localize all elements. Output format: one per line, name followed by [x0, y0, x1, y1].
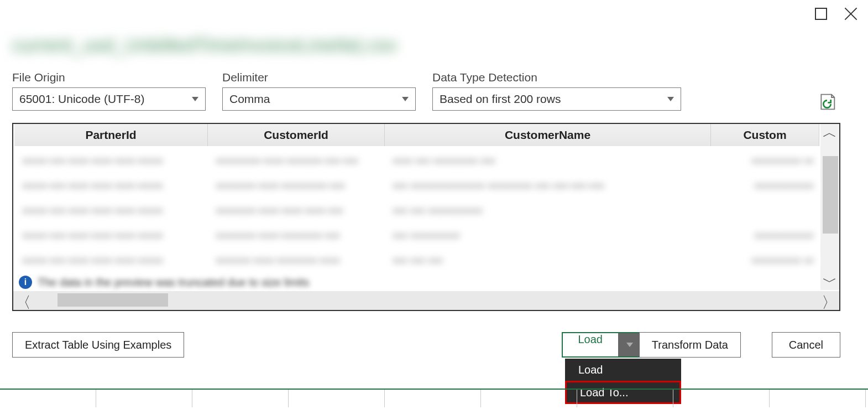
table-row: xxxxx-xxx-xxxx-xxxx-xxxx-xxxxx xxxxxxxx-… [17, 198, 819, 223]
spreadsheet-grid [0, 389, 868, 407]
horizontal-scrollbar[interactable]: 〈 〉 [13, 291, 839, 310]
scroll-down-icon[interactable]: ﹀ [823, 273, 837, 290]
file-title: current_usd_UnbilledTimeInvoiceLineIte|.… [12, 34, 397, 56]
type-detect-label: Data Type Detection [432, 71, 681, 84]
column-headers: PartnerId CustomerId CustomerName Custom [14, 124, 819, 146]
file-origin-select[interactable]: 65001: Unicode (UTF-8) [12, 87, 206, 111]
scroll-up-icon[interactable]: ︿ [823, 124, 837, 141]
chevron-down-icon [626, 343, 633, 347]
horizontal-scroll-thumb[interactable] [57, 293, 168, 307]
chevron-down-icon [192, 97, 198, 101]
column-header-custom[interactable]: Custom [711, 124, 819, 146]
delimiter-select[interactable]: Comma [222, 87, 416, 111]
file-origin-value: 65001: Unicode (UTF-8) [19, 92, 144, 106]
chevron-down-icon [402, 97, 409, 101]
column-header-customername[interactable]: CustomerName [385, 124, 711, 146]
load-dropdown-toggle[interactable] [618, 333, 641, 356]
table-row: xxxxx-xxx-xxxx-xxxx-xxxx-xxxxx xxxxxxxx-… [17, 173, 819, 198]
close-button[interactable] [844, 7, 858, 21]
scroll-right-icon[interactable]: 〉 [822, 292, 837, 313]
cancel-button[interactable]: Cancel [772, 332, 840, 358]
preview-info-text: The data in the preview was truncated du… [38, 276, 309, 289]
table-row: xxxxx-xxx-xxxx-xxxx-xxxx-xxxxx xxxxxxx-x… [17, 248, 819, 273]
load-split-button[interactable]: Load [562, 332, 643, 358]
info-icon: i [19, 276, 32, 289]
dropdown-item-load[interactable]: Load [565, 359, 681, 381]
table-row: xxxxx-xxx-xxxx-xxxx-xxxx-xxxxx xxxxxxxx-… [17, 223, 819, 248]
delimiter-value: Comma [229, 92, 270, 106]
refresh-icon[interactable] [818, 93, 836, 111]
scroll-left-icon[interactable]: 〈 [15, 292, 31, 313]
column-header-partnerid[interactable]: PartnerId [14, 124, 208, 146]
data-preview: PartnerId CustomerId CustomerName Custom… [12, 123, 840, 311]
preview-info: i The data in the preview was truncated … [19, 276, 309, 289]
extract-table-button[interactable]: Extract Table Using Examples [12, 332, 184, 358]
load-button[interactable]: Load [563, 333, 619, 356]
chevron-down-icon [667, 97, 674, 101]
transform-data-button[interactable]: Transform Data [639, 332, 741, 358]
vertical-scroll-thumb[interactable] [823, 156, 838, 234]
file-origin-label: File Origin [12, 71, 206, 84]
type-detect-value: Based on first 200 rows [440, 92, 561, 106]
table-row: xxxxx-xxx-xxxx-xxxx-xxxx-xxxxx xxxxxxxxx… [17, 148, 819, 173]
restore-button[interactable] [815, 8, 827, 20]
column-header-customerid[interactable]: CustomerId [208, 124, 385, 146]
type-detect-select[interactable]: Based on first 200 rows [432, 87, 681, 111]
delimiter-label: Delimiter [222, 71, 416, 84]
